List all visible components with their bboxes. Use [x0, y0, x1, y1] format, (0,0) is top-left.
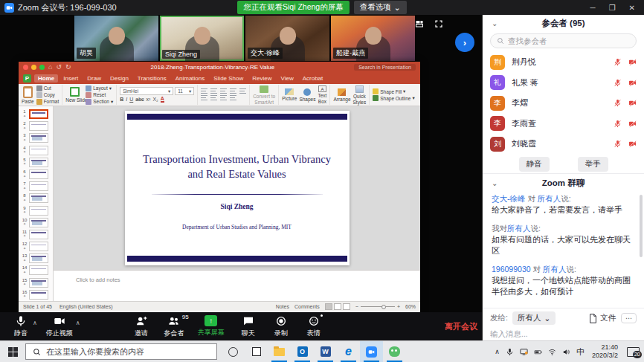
task-view-button[interactable]: [245, 341, 268, 362]
underline-button[interactable]: U: [129, 97, 133, 102]
view-options-button[interactable]: 查看选项 ⌄: [354, 1, 407, 14]
tab-design[interactable]: Design: [106, 74, 132, 83]
line-spacing-icon[interactable]: [239, 88, 246, 94]
arrange-button[interactable]: Arrange: [333, 88, 350, 102]
normal-view-button[interactable]: [325, 303, 332, 310]
reactions-button[interactable]: 表情: [297, 312, 330, 340]
mac-minimize-button[interactable]: [31, 65, 36, 70]
slide-thumbnail[interactable]: 10✦: [19, 217, 53, 229]
battery-icon[interactable]: [534, 348, 542, 356]
tab-slide-show[interactable]: Slide Show: [210, 74, 247, 83]
minimize-button[interactable]: ─: [590, 4, 596, 12]
font-color-button[interactable]: A: [161, 96, 164, 103]
undo-icon[interactable]: ↺: [56, 64, 62, 71]
section-button[interactable]: Section▾: [86, 99, 113, 105]
file-button[interactable]: 文件: [589, 313, 616, 323]
mac-close-button[interactable]: [23, 65, 28, 70]
bullets-icon[interactable]: [201, 88, 207, 94]
font-name-select[interactable]: SimHei▾: [120, 87, 173, 95]
taskbar-search-box[interactable]: [25, 343, 217, 360]
language-indicator[interactable]: English (United States): [59, 304, 113, 309]
reset-button[interactable]: Reset: [86, 92, 113, 98]
font-size-select[interactable]: 11▾: [175, 87, 194, 95]
justify-icon[interactable]: [230, 95, 236, 101]
align-left-icon[interactable]: [201, 95, 207, 101]
video-thumbnail-active-speaker[interactable]: Siqi Zheng: [160, 16, 244, 61]
outlook-button[interactable]: O: [291, 341, 314, 362]
wifi-icon[interactable]: [548, 348, 556, 356]
picture-button[interactable]: Picture: [282, 88, 297, 101]
record-button[interactable]: 录制: [265, 312, 297, 340]
cut-button[interactable]: Cut: [36, 85, 59, 91]
tray-expand-chevron[interactable]: ∧: [495, 348, 500, 355]
invite-button[interactable]: 邀请: [125, 312, 158, 340]
word-button[interactable]: W: [314, 341, 337, 362]
more-options-button[interactable]: ⋯: [621, 313, 637, 323]
align-right-icon[interactable]: [220, 95, 227, 101]
tab-transitions[interactable]: Transitions: [134, 74, 170, 83]
video-thumbnail[interactable]: 交大-徐峰: [245, 16, 329, 61]
copy-button[interactable]: Copy: [36, 92, 59, 98]
paste-button[interactable]: Paste: [22, 86, 34, 104]
send-to-dropdown[interactable]: 所有人 ⌄: [512, 311, 556, 325]
bold-button[interactable]: B: [120, 97, 123, 102]
mute-button[interactable]: 静音: [4, 312, 37, 340]
collapse-participants-chevron[interactable]: ⌄: [492, 19, 498, 28]
superscript-button[interactable]: x²: [146, 97, 151, 102]
maximize-button[interactable]: ❐: [609, 4, 616, 12]
cortana-button[interactable]: [222, 341, 245, 362]
taskbar-search-input[interactable]: [46, 347, 195, 356]
zoom-slider[interactable]: −+: [355, 304, 400, 309]
strikethrough-button[interactable]: abc: [135, 97, 144, 102]
current-slide[interactable]: Transportation Investment, Urban Vibranc…: [125, 111, 350, 265]
zoom-taskbar-button[interactable]: [360, 341, 383, 362]
slide-thumbnail[interactable]: 11✦: [19, 229, 53, 241]
participant-row[interactable]: 礼 礼果 蒋: [483, 73, 644, 94]
participant-row[interactable]: 荆 荆丹悦: [483, 52, 644, 73]
slide-thumbnail[interactable]: 1✦: [19, 109, 53, 120]
new-slide-button[interactable]: New Slide: [65, 87, 83, 103]
ppt-search-field[interactable]: Search in Presentation: [354, 64, 416, 71]
slide-thumbnail[interactable]: 15✦: [19, 277, 53, 289]
share-screen-button[interactable]: ↑ 共享屏幕: [190, 312, 232, 340]
layout-button[interactable]: Layout▾: [86, 85, 113, 91]
shapes-button[interactable]: Shapes: [299, 88, 315, 102]
shape-fill-button[interactable]: Shape Fill▾: [373, 88, 414, 94]
subscript-button[interactable]: X₂: [152, 97, 158, 102]
slide-thumbnail[interactable]: 4✦: [19, 145, 53, 157]
chat-message-input[interactable]: [490, 329, 637, 338]
tab-review[interactable]: Review: [248, 74, 275, 83]
participants-button[interactable]: 95 参会者: [158, 312, 190, 340]
tab-insert[interactable]: Insert: [59, 74, 82, 83]
slide-thumbnail[interactable]: 8✦: [19, 193, 53, 204]
slide-thumbnail[interactable]: 9✦: [19, 205, 53, 217]
convert-smartart-button[interactable]: Convert to SmartArt: [253, 85, 275, 105]
participant-row[interactable]: 刘 刘晓霞: [483, 134, 644, 155]
participant-search-box[interactable]: [490, 33, 637, 48]
close-button[interactable]: ✕: [629, 4, 635, 12]
slide-thumbnail[interactable]: 13✦: [19, 253, 53, 265]
slideshow-view-button[interactable]: [343, 303, 350, 310]
next-videos-button[interactable]: ›: [455, 33, 474, 52]
tray-mic-icon[interactable]: [506, 348, 514, 356]
video-thumbnail[interactable]: 胡昊: [74, 16, 158, 61]
participant-search-input[interactable]: [508, 36, 619, 45]
video-thumbnail[interactable]: 船建-戴燕: [331, 16, 415, 61]
shape-outline-button[interactable]: Shape Outline▾: [373, 95, 414, 101]
notes-toggle[interactable]: Notes: [276, 304, 289, 309]
slide-thumbnail[interactable]: 7✦: [19, 181, 53, 193]
slide-thumbnail[interactable]: 5✦: [19, 157, 53, 169]
numbering-icon[interactable]: [210, 88, 217, 94]
tab-draw[interactable]: Draw: [83, 74, 105, 83]
chat-scrollbar[interactable]: [640, 195, 643, 257]
slide-thumbnail[interactable]: 3✦: [19, 132, 53, 144]
gallery-layout-icon[interactable]: [415, 18, 424, 31]
chat-button[interactable]: 聊天: [232, 312, 265, 340]
stop-video-button[interactable]: 停止视频: [39, 312, 80, 340]
italic-button[interactable]: I: [126, 97, 127, 102]
quick-styles-button[interactable]: Quick Styles: [353, 85, 367, 105]
notification-center-button[interactable]: 20: [627, 347, 640, 357]
raise-hand-button[interactable]: 举手: [578, 157, 608, 172]
slide-thumbnail[interactable]: 14✦: [19, 265, 53, 277]
mute-me-button[interactable]: 静音: [519, 157, 550, 172]
